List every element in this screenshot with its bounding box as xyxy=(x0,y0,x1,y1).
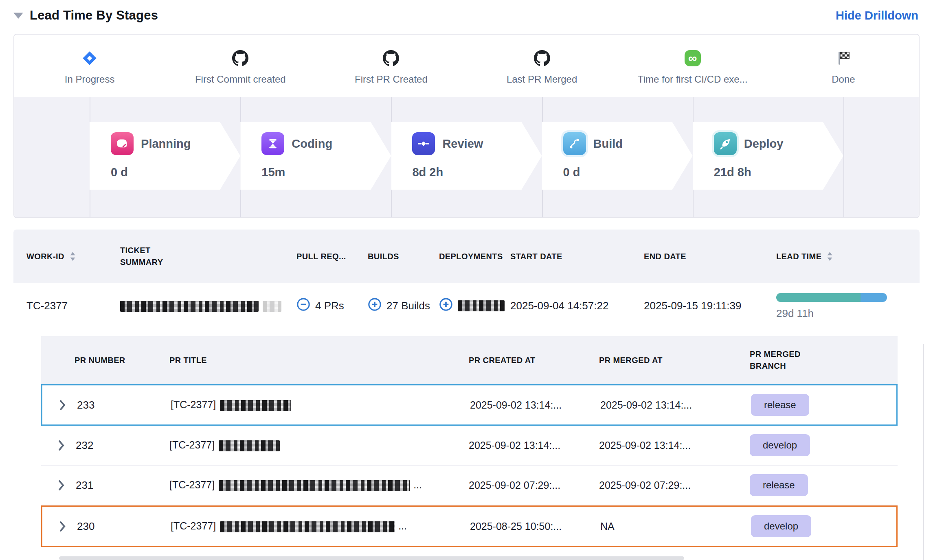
lead-time-stages-card: In Progress First Commit created First P… xyxy=(13,34,920,218)
jira-icon xyxy=(81,50,98,67)
pr-title-prefix: [TC-2377] xyxy=(171,520,216,532)
col-pr-title: PR TITLE xyxy=(169,356,207,365)
work-item-row[interactable]: TC-2377 4 PRs 27 Builds 2025-09-04 14:57… xyxy=(13,283,920,328)
chevron-right-icon[interactable] xyxy=(59,521,66,532)
pr-merged-at: 2025-09-02 13:14:... xyxy=(600,399,729,411)
col-end-date: END DATE xyxy=(644,252,686,261)
stage-build: Build 0 d xyxy=(542,122,693,190)
sort-icon[interactable] xyxy=(826,252,833,261)
end-date: 2025-09-15 19:11:39 xyxy=(644,300,776,312)
stage-name: Build xyxy=(593,137,623,151)
ticket-summary-redacted xyxy=(120,300,296,312)
pr-number: 232 xyxy=(76,439,93,452)
github-icon xyxy=(383,50,399,67)
sort-icon[interactable] xyxy=(69,252,76,261)
collapse-caret-icon[interactable] xyxy=(13,13,23,19)
stage-name: Coding xyxy=(292,137,332,151)
stage-flow-area: Planning 0 d Coding 15m Review 8d 2h xyxy=(14,97,919,217)
vertical-scrollbar-track[interactable] xyxy=(923,344,924,560)
pr-created-at: 2025-08-25 10:50:... xyxy=(470,521,600,532)
lead-time-cell: 29d 11h xyxy=(776,291,920,320)
pr-title-suffix: ... xyxy=(398,520,407,532)
deployments-redacted xyxy=(458,300,505,311)
milestone-label: In Progress xyxy=(65,74,115,85)
pr-row-231[interactable]: 231 [TC-2377]... 2025-09-02 07:29:... 20… xyxy=(41,466,898,505)
col-ticket-summary: TICKET SUMMARY xyxy=(120,245,187,268)
pr-title-redacted xyxy=(220,400,291,411)
pr-merged-at: NA xyxy=(600,521,729,532)
pr-created-at: 2025-09-02 07:29:... xyxy=(469,479,599,491)
stage-duration: 15m xyxy=(261,166,391,179)
milestone-in-progress: In Progress xyxy=(14,35,165,97)
coding-icon xyxy=(261,132,284,155)
milestone-first-pr: First PR Created xyxy=(316,35,466,97)
branch-badge: release xyxy=(750,474,808,496)
github-icon xyxy=(534,50,550,67)
collapse-prs-icon[interactable] xyxy=(296,298,310,314)
build-icon xyxy=(563,132,586,155)
builds-count[interactable]: 27 Builds xyxy=(386,300,430,312)
pr-row-230[interactable]: 230 [TC-2377]... 2025-08-25 10:50:... NA… xyxy=(41,505,898,547)
milestone-done: Done xyxy=(768,35,919,97)
pr-number: 233 xyxy=(77,399,94,411)
col-start-date: START DATE xyxy=(510,252,562,261)
branch-badge: develop xyxy=(750,434,810,456)
col-pr-number: PR NUMBER xyxy=(75,356,125,365)
stage-review: Review 8d 2h xyxy=(391,122,542,190)
pr-title-redacted xyxy=(219,440,280,451)
stage-duration: 8d 2h xyxy=(412,166,542,179)
pull-requests-count[interactable]: 4 PRs xyxy=(315,300,344,312)
stage-name: Review xyxy=(442,137,483,151)
deploy-rocket-icon xyxy=(714,132,737,155)
cicd-infinity-icon: ∞ xyxy=(685,50,701,67)
pr-number: 230 xyxy=(77,520,94,533)
col-pr-merged-branch: PR MERGED BRANCH xyxy=(750,348,829,372)
review-icon xyxy=(412,132,435,155)
expand-builds-icon[interactable] xyxy=(368,298,382,314)
chevron-right-icon[interactable] xyxy=(58,480,64,491)
pr-merged-at: 2025-09-02 07:29:... xyxy=(599,479,727,491)
start-date: 2025-09-04 14:57:22 xyxy=(510,300,644,312)
pr-title-redacted xyxy=(219,480,410,491)
milestone-label: First PR Created xyxy=(355,74,428,85)
pr-title-prefix: [TC-2377] xyxy=(171,399,216,410)
pr-row-232[interactable]: 232 [TC-2377] 2025-09-02 13:14:... 2025-… xyxy=(41,426,898,466)
pr-title-prefix: [TC-2377] xyxy=(169,479,215,490)
work-items-table: WORK-ID TICKET SUMMARY PULL REQ... BUILD… xyxy=(13,230,920,547)
planning-icon xyxy=(111,132,134,155)
stage-name: Planning xyxy=(141,137,191,151)
lead-bar-blue-segment xyxy=(861,293,887,302)
pr-merged-at: 2025-09-02 13:14:... xyxy=(599,440,727,451)
branch-badge: develop xyxy=(751,515,811,537)
milestones-row: In Progress First Commit created First P… xyxy=(14,35,919,97)
milestone-label: First Commit created xyxy=(195,74,286,85)
chevron-right-icon[interactable] xyxy=(58,440,64,451)
milestone-cicd: ∞ Time for first CI/CD exe... xyxy=(617,35,768,97)
pr-drilldown-table: PR NUMBER PR TITLE PR CREATED AT PR MERG… xyxy=(41,336,898,547)
finish-flag-icon xyxy=(836,50,851,67)
milestone-label: Done xyxy=(832,74,855,85)
col-deployments: DEPLOYMENTS xyxy=(439,252,503,261)
pr-title-prefix: [TC-2377] xyxy=(169,439,215,451)
pr-created-at: 2025-09-02 13:14:... xyxy=(469,440,599,451)
expand-deployments-icon[interactable] xyxy=(439,298,453,314)
col-pull-requests: PULL REQ... xyxy=(296,252,346,261)
pr-title-redacted xyxy=(220,521,395,532)
stage-duration: 0 d xyxy=(111,166,240,179)
lead-time-value: 29d 11h xyxy=(776,307,920,320)
pr-row-233[interactable]: 233 [TC-2377] 2025-09-02 13:14:... 2025-… xyxy=(41,384,898,426)
branch-badge: release xyxy=(751,394,809,416)
chevron-right-icon[interactable] xyxy=(59,400,66,411)
stage-duration: 21d 8h xyxy=(714,166,843,179)
col-lead-time: LEAD TIME xyxy=(776,252,821,261)
stage-divider xyxy=(843,97,844,217)
col-pr-merged-at: PR MERGED AT xyxy=(599,356,663,365)
stage-duration: 0 d xyxy=(563,166,693,179)
stage-deploy: Deploy 21d 8h xyxy=(693,122,843,190)
github-icon xyxy=(232,50,248,67)
pr-title-suffix: ... xyxy=(413,479,422,490)
milestone-label: Time for first CI/CD exe... xyxy=(638,74,748,85)
pr-number: 231 xyxy=(76,479,93,492)
horizontal-scrollbar-thumb[interactable] xyxy=(59,556,684,560)
hide-drilldown-link[interactable]: Hide Drilldown xyxy=(836,9,918,22)
